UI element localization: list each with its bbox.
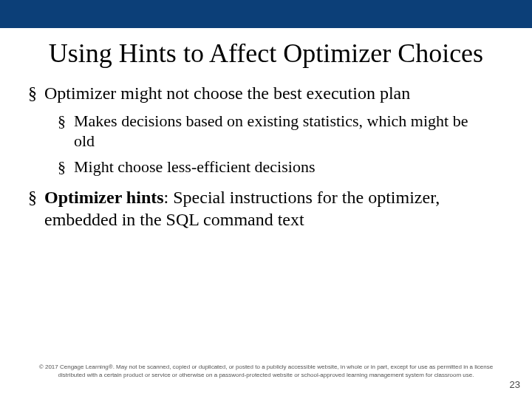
bullet-level2: Might choose less-efficient decisions (58, 157, 504, 177)
bullet-level1: Optimizer might not choose the best exec… (28, 82, 504, 177)
bullet-text: Optimizer might not choose the best exec… (44, 83, 410, 103)
slide-title: Using Hints to Affect Optimizer Choices (0, 38, 532, 69)
slide-body: Optimizer might not choose the best exec… (0, 69, 532, 230)
bullet-term: Optimizer hints (44, 188, 164, 207)
bullet-level2: Makes decisions based on existing statis… (58, 112, 504, 151)
bullet-text: Makes decisions based on existing statis… (74, 112, 468, 150)
page-number: 23 (510, 379, 520, 390)
header-bar (0, 0, 532, 28)
copyright-footer: © 2017 Cengage Learning®. May not be sca… (0, 364, 532, 380)
bullet-level1: Optimizer hints: Special instructions fo… (28, 186, 504, 231)
bullet-text: Might choose less-efficient decisions (74, 157, 315, 176)
